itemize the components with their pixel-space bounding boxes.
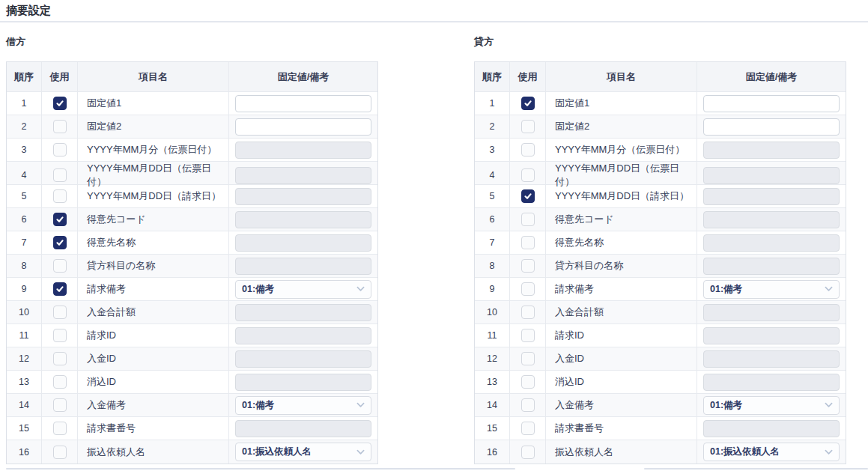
- selected-option: 01:備考: [710, 283, 742, 296]
- use-cell: [510, 231, 546, 254]
- use-cell: [42, 278, 78, 300]
- use-cell: [510, 255, 546, 277]
- use-cell: [510, 394, 546, 416]
- item-name: 得意先名称: [78, 231, 229, 254]
- use-checkbox[interactable]: [521, 97, 535, 110]
- item-name: 固定値1: [78, 92, 229, 115]
- use-checkbox[interactable]: [521, 352, 535, 365]
- remark-select[interactable]: 01:備考: [703, 396, 840, 415]
- use-checkbox[interactable]: [53, 168, 67, 182]
- use-checkbox[interactable]: [521, 446, 535, 459]
- use-checkbox[interactable]: [521, 259, 535, 273]
- use-cell: [510, 278, 546, 300]
- item-name: YYYY年MM月DD日（請求日）: [78, 185, 229, 207]
- order-number: 6: [475, 208, 510, 231]
- table-row: 12入金ID: [475, 347, 846, 371]
- use-checkbox[interactable]: [521, 329, 535, 342]
- use-checkbox[interactable]: [521, 120, 535, 133]
- use-checkbox[interactable]: [53, 213, 67, 226]
- order-number: 15: [475, 417, 510, 440]
- value-cell: 01:備考: [697, 278, 846, 300]
- use-checkbox[interactable]: [53, 352, 67, 365]
- fixed-value-input[interactable]: [235, 118, 371, 136]
- use-checkbox[interactable]: [53, 446, 67, 459]
- value-cell: [229, 347, 377, 370]
- table-row: 13消込ID: [475, 371, 846, 394]
- use-checkbox[interactable]: [521, 282, 535, 296]
- use-checkbox[interactable]: [521, 422, 535, 435]
- section-label-credit: 貸方: [474, 36, 846, 48]
- use-checkbox[interactable]: [53, 398, 67, 412]
- item-name: 入金備考: [546, 394, 697, 416]
- value-cell: [229, 255, 377, 277]
- chevron-down-icon: [356, 286, 365, 292]
- use-cell: [510, 139, 546, 161]
- order-number: 5: [7, 185, 42, 207]
- value-cell: 01:備考: [229, 278, 377, 300]
- use-checkbox[interactable]: [521, 306, 535, 319]
- fixed-value-input: [703, 211, 840, 228]
- item-name: 入金合計額: [78, 301, 229, 323]
- remark-select[interactable]: 01:振込依頼人名: [235, 443, 371, 461]
- order-number: 1: [475, 92, 510, 115]
- use-checkbox[interactable]: [521, 189, 535, 203]
- use-checkbox[interactable]: [521, 375, 535, 389]
- column-header: 順序: [7, 62, 42, 91]
- value-cell: 01:備考: [697, 394, 846, 416]
- table-row: 9請求備考01:備考: [475, 278, 846, 301]
- order-number: 6: [7, 208, 42, 231]
- use-checkbox[interactable]: [53, 259, 67, 273]
- use-checkbox[interactable]: [53, 97, 67, 110]
- order-number: 10: [475, 301, 510, 323]
- remark-select[interactable]: 01:振込依頼人名: [703, 443, 840, 461]
- use-checkbox[interactable]: [53, 306, 67, 319]
- fixed-value-input[interactable]: [235, 95, 371, 112]
- order-number: 13: [475, 371, 510, 393]
- use-checkbox[interactable]: [53, 143, 67, 157]
- fixed-value-input[interactable]: [703, 118, 840, 136]
- use-checkbox[interactable]: [53, 236, 67, 249]
- order-number: 3: [475, 139, 510, 161]
- selected-option: 01:備考: [710, 399, 742, 412]
- use-checkbox[interactable]: [53, 329, 67, 342]
- use-checkbox[interactable]: [521, 398, 535, 412]
- order-number: 16: [475, 440, 510, 464]
- column-header: 使用: [42, 62, 78, 91]
- order-number: 9: [475, 278, 510, 300]
- table-row: 16振込依頼人名01:振込依頼人名: [7, 440, 377, 464]
- use-cell: [510, 301, 546, 323]
- use-cell: [42, 301, 78, 323]
- fixed-value-input[interactable]: [703, 95, 840, 112]
- check-icon: [55, 238, 64, 247]
- use-checkbox[interactable]: [53, 422, 67, 435]
- use-cell: [42, 139, 78, 161]
- use-checkbox[interactable]: [521, 168, 535, 182]
- value-cell: [697, 417, 846, 440]
- use-cell: [42, 185, 78, 207]
- fixed-value-input: [235, 142, 371, 159]
- table-row: 10入金合計額: [475, 301, 846, 324]
- use-checkbox[interactable]: [521, 213, 535, 226]
- table-row: 4YYYY年MM月DD日（伝票日付）: [7, 162, 377, 185]
- use-checkbox[interactable]: [53, 375, 67, 389]
- use-checkbox[interactable]: [521, 236, 535, 249]
- use-checkbox[interactable]: [53, 189, 67, 203]
- order-number: 2: [475, 115, 510, 138]
- fixed-value-input: [235, 188, 371, 205]
- value-cell: [697, 208, 846, 231]
- check-icon: [55, 99, 64, 108]
- item-name: 得意先名称: [546, 231, 697, 254]
- fixed-value-input: [235, 211, 371, 228]
- remark-select[interactable]: 01:備考: [703, 280, 840, 299]
- use-checkbox[interactable]: [521, 143, 535, 157]
- value-cell: [697, 139, 846, 161]
- fixed-value-input: [235, 327, 371, 344]
- item-name: 請求備考: [546, 278, 697, 300]
- table-row: 4YYYY年MM月DD日（伝票日付）: [475, 162, 846, 185]
- table-row: 3YYYY年MM月分（伝票日付）: [7, 139, 377, 162]
- remark-select[interactable]: 01:備考: [235, 280, 371, 299]
- table-header-row: 順序使用項目名固定値/備考: [475, 62, 846, 92]
- remark-select[interactable]: 01:備考: [235, 396, 371, 415]
- use-checkbox[interactable]: [53, 120, 67, 133]
- use-checkbox[interactable]: [53, 282, 67, 296]
